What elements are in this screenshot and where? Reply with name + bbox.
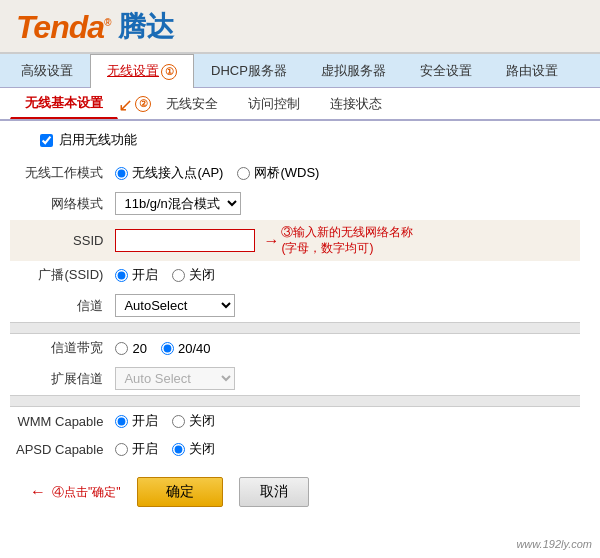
bandwidth-label: 信道带宽 [10, 334, 109, 363]
broadcast-row: 广播(SSID) 开启 关闭 [10, 261, 580, 289]
broadcast-off-text: 关闭 [189, 266, 215, 284]
nav-item-wireless-label: 无线设置 [107, 63, 159, 78]
bandwidth-20-label[interactable]: 20 [115, 341, 146, 356]
annotation4-text: ④点击"确定" [52, 484, 121, 501]
channel-label: 信道 [10, 289, 109, 323]
ssid-hint: ③输入新的无线网络名称 (字母，数字均可) [281, 225, 413, 256]
bottom-annotation: ← ④点击"确定" [30, 483, 121, 501]
bandwidth-row: 信道带宽 20 20/40 [10, 334, 580, 363]
bandwidth-20-text: 20 [132, 341, 146, 356]
apsd-off-label[interactable]: 关闭 [172, 440, 215, 458]
wireless-mode-ap-label[interactable]: 无线接入点(AP) [115, 164, 223, 182]
nav-item-security[interactable]: 安全设置 [403, 54, 489, 87]
annotation-2: ② [135, 96, 151, 112]
wmm-off-label[interactable]: 关闭 [172, 412, 215, 430]
watermark: www.192ly.com [516, 538, 592, 550]
ssid-hint-line1: ③输入新的无线网络名称 [281, 225, 413, 241]
network-mode-select[interactable]: 11b/g/n混合模式 [115, 192, 241, 215]
wmm-on-label[interactable]: 开启 [115, 412, 158, 430]
broadcast-on-text: 开启 [132, 266, 158, 284]
enable-wireless-checkbox[interactable] [40, 134, 53, 147]
ext-channel-select[interactable]: Auto Select [115, 367, 235, 390]
bandwidth-2040-label[interactable]: 20/40 [161, 341, 211, 356]
wireless-mode-ap-radio[interactable] [115, 167, 128, 180]
nav-item-advanced[interactable]: 高级设置 [4, 54, 90, 87]
cancel-button[interactable]: 取消 [239, 477, 309, 507]
wireless-mode-value: 无线接入点(AP) 网桥(WDS) [109, 159, 580, 187]
bandwidth-2040-radio[interactable] [161, 342, 174, 355]
apsd-off-text: 关闭 [189, 440, 215, 458]
sub-nav-status[interactable]: 连接状态 [315, 89, 397, 119]
broadcast-off-label[interactable]: 关闭 [172, 266, 215, 284]
wireless-mode-ap-text: 无线接入点(AP) [132, 164, 223, 182]
settings-table: 无线工作模式 无线接入点(AP) 网桥(WDS) 网络模式 [10, 159, 580, 463]
ssid-input[interactable]: Tenda_061DC0 [115, 229, 255, 252]
annotation-1: ① [161, 64, 177, 80]
wireless-mode-wds-radio[interactable] [237, 167, 250, 180]
bandwidth-20-radio[interactable] [115, 342, 128, 355]
annotation4-arrow: ← [30, 483, 46, 501]
wmm-off-radio[interactable] [172, 415, 185, 428]
bottom-bar: ← ④点击"确定" 确定 取消 [10, 467, 580, 517]
wmm-value: 开启 关闭 [109, 407, 580, 436]
wmm-on-text: 开启 [132, 412, 158, 430]
wmm-label: WMM Capable [10, 407, 109, 436]
broadcast-on-radio[interactable] [115, 269, 128, 282]
wireless-mode-label: 无线工作模式 [10, 159, 109, 187]
wmm-off-text: 关闭 [189, 412, 215, 430]
nav-item-dhcp[interactable]: DHCP服务器 [194, 54, 304, 87]
apsd-row: APSD Capable 开启 关闭 [10, 435, 580, 463]
sub-nav-access[interactable]: 访问控制 [233, 89, 315, 119]
header: Tenda® 腾达 [0, 0, 600, 54]
network-mode-row: 网络模式 11b/g/n混合模式 [10, 187, 580, 220]
wireless-mode-row: 无线工作模式 无线接入点(AP) 网桥(WDS) [10, 159, 580, 187]
sub-nav: 无线基本设置 ↙ ② 无线安全 访问控制 连接状态 [0, 88, 600, 121]
wmm-row: WMM Capable 开启 关闭 [10, 407, 580, 436]
apsd-on-radio[interactable] [115, 443, 128, 456]
logo-text: Tenda [16, 9, 104, 45]
main-content: 启用无线功能 无线工作模式 无线接入点(AP) 网桥(WDS) [0, 121, 600, 527]
network-mode-label: 网络模式 [10, 187, 109, 220]
ext-channel-value: Auto Select [109, 362, 580, 396]
broadcast-on-label[interactable]: 开启 [115, 266, 158, 284]
network-mode-value: 11b/g/n混合模式 [109, 187, 580, 220]
broadcast-value: 开启 关闭 [109, 261, 580, 289]
ssid-hint-line2: (字母，数字均可) [281, 241, 413, 257]
sub-nav-basic[interactable]: 无线基本设置 [10, 88, 118, 119]
ssid-value-cell: Tenda_061DC0 → ③输入新的无线网络名称 (字母，数字均可) [109, 220, 580, 261]
broadcast-off-radio[interactable] [172, 269, 185, 282]
wmm-on-radio[interactable] [115, 415, 128, 428]
ssid-row: SSID Tenda_061DC0 → ③输入新的无线网络名称 (字母，数字均可… [10, 220, 580, 261]
sub-nav-arrow: ↙ [118, 94, 133, 116]
apsd-label: APSD Capable [10, 435, 109, 463]
apsd-on-text: 开启 [132, 440, 158, 458]
separator-1 [10, 323, 580, 334]
channel-select[interactable]: AutoSelect 1 6 11 [115, 294, 235, 317]
top-nav: 高级设置 无线设置① DHCP服务器 虚拟服务器 安全设置 路由设置 [0, 54, 600, 88]
wireless-mode-wds-label[interactable]: 网桥(WDS) [237, 164, 319, 182]
ssid-annotation: → ③输入新的无线网络名称 (字母，数字均可) [263, 225, 413, 256]
confirm-button[interactable]: 确定 [137, 477, 223, 507]
ssid-label: SSID [10, 220, 109, 261]
nav-item-routing[interactable]: 路由设置 [489, 54, 575, 87]
logo-tenda: Tenda® [16, 9, 110, 46]
channel-row: 信道 AutoSelect 1 6 11 [10, 289, 580, 323]
broadcast-label: 广播(SSID) [10, 261, 109, 289]
logo-chinese: 腾达 [118, 8, 174, 46]
ext-channel-row: 扩展信道 Auto Select [10, 362, 580, 396]
apsd-off-radio[interactable] [172, 443, 185, 456]
separator-2 [10, 396, 580, 407]
logo-registered: ® [104, 17, 110, 28]
sub-nav-basic-label: 无线基本设置 [25, 95, 103, 110]
enable-wireless-row: 启用无线功能 [40, 131, 580, 149]
sub-nav-security[interactable]: 无线安全 [151, 89, 233, 119]
wireless-mode-wds-text: 网桥(WDS) [254, 164, 319, 182]
ext-channel-label: 扩展信道 [10, 362, 109, 396]
channel-value: AutoSelect 1 6 11 [109, 289, 580, 323]
bandwidth-2040-text: 20/40 [178, 341, 211, 356]
bandwidth-value: 20 20/40 [109, 334, 580, 363]
enable-wireless-label[interactable]: 启用无线功能 [59, 131, 137, 149]
nav-item-virtual[interactable]: 虚拟服务器 [304, 54, 403, 87]
nav-item-wireless[interactable]: 无线设置① [90, 54, 194, 88]
apsd-on-label[interactable]: 开启 [115, 440, 158, 458]
